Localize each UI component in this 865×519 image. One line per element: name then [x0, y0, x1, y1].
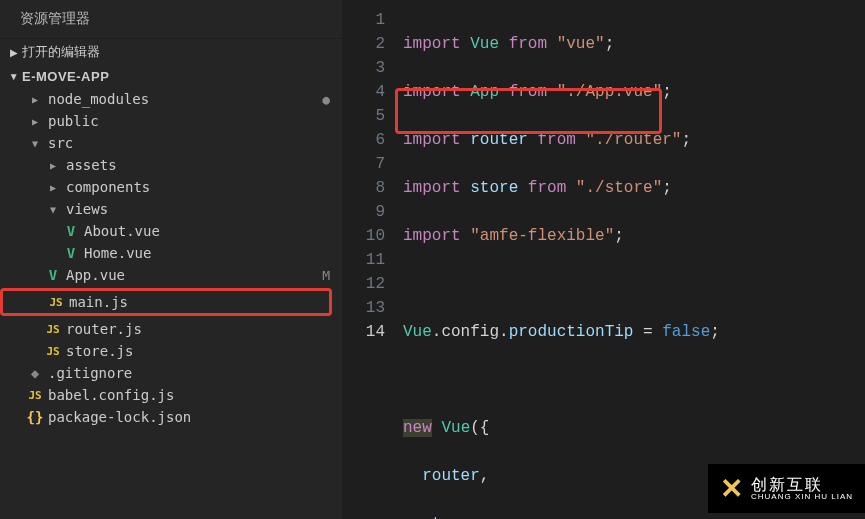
chevron-right-icon: ▶	[6, 47, 22, 58]
file-about-vue[interactable]: V About.vue	[0, 220, 342, 242]
open-editors-section[interactable]: ▶ 打开的编辑器	[0, 39, 342, 65]
logo-text-cn: 创新互联	[751, 477, 853, 493]
folder-src[interactable]: ▼ src	[0, 132, 342, 154]
file-label: About.vue	[84, 223, 160, 239]
file-label: Home.vue	[84, 245, 151, 261]
folder-node-modules[interactable]: ▶ node_modules ●	[0, 88, 342, 110]
watermark-logo: ✕ 创新互联 CHUANG XIN HU LIAN	[708, 464, 865, 513]
folder-label: views	[66, 201, 108, 217]
folder-public[interactable]: ▶ public	[0, 110, 342, 132]
file-babel-config[interactable]: JS babel.config.js	[0, 384, 342, 406]
file-tree: ▶ node_modules ● ▶ public ▼ src ▶ assets…	[0, 88, 342, 428]
chevron-right-icon: ▶	[44, 182, 62, 193]
chevron-down-icon: ▼	[44, 204, 62, 215]
chevron-right-icon: ▶	[26, 116, 44, 127]
chevron-right-icon: ▶	[26, 94, 44, 105]
logo-text-en: CHUANG XIN HU LIAN	[751, 493, 853, 501]
js-icon: JS	[26, 389, 44, 402]
chevron-down-icon: ▼	[6, 71, 22, 82]
chevron-down-icon: ▼	[26, 138, 44, 149]
folder-assets[interactable]: ▶ assets	[0, 154, 342, 176]
folder-label: assets	[66, 157, 117, 173]
code-content[interactable]: import Vue from "vue"; import App from "…	[403, 8, 865, 519]
file-label: App.vue	[66, 267, 125, 283]
open-editors-label: 打开的编辑器	[22, 43, 100, 61]
modified-indicator: M	[322, 268, 330, 283]
json-icon: {}	[26, 409, 44, 425]
modified-dot-icon: ●	[322, 92, 330, 107]
file-home-vue[interactable]: V Home.vue	[0, 242, 342, 264]
file-label: router.js	[66, 321, 142, 337]
line-gutter: 1234567891011121314	[343, 8, 403, 519]
file-label: babel.config.js	[48, 387, 174, 403]
file-store-js[interactable]: JS store.js	[0, 340, 342, 362]
file-label: package-lock.json	[48, 409, 191, 425]
folder-label: components	[66, 179, 150, 195]
code-area[interactable]: 1234567891011121314 import Vue from "vue…	[343, 0, 865, 519]
file-label: main.js	[69, 294, 128, 310]
js-icon: JS	[44, 323, 62, 336]
vue-icon: V	[44, 267, 62, 283]
vue-icon: V	[62, 245, 80, 261]
explorer-title: 资源管理器	[0, 0, 342, 39]
project-label: E-MOVE-APP	[22, 69, 109, 84]
project-section[interactable]: ▼ E-MOVE-APP	[0, 65, 342, 88]
file-app-vue[interactable]: V App.vue M	[0, 264, 342, 286]
file-router-js[interactable]: JS router.js	[0, 318, 342, 340]
folder-views[interactable]: ▼ views	[0, 198, 342, 220]
logo-icon: ✕	[720, 472, 743, 505]
file-main-js[interactable]: JS main.js	[0, 288, 332, 316]
file-label: .gitignore	[48, 365, 132, 381]
sidebar: 资源管理器 ▶ 打开的编辑器 ▼ E-MOVE-APP ▶ node_modul…	[0, 0, 343, 519]
folder-label: src	[48, 135, 73, 151]
chevron-right-icon: ▶	[44, 160, 62, 171]
vue-icon: V	[62, 223, 80, 239]
js-icon: JS	[44, 345, 62, 358]
editor-pane: JS vue.config.js JS main.js × JS babel.c…	[343, 0, 865, 519]
js-icon: JS	[47, 296, 65, 309]
file-gitignore[interactable]: ◆ .gitignore	[0, 362, 342, 384]
git-icon: ◆	[26, 365, 44, 381]
file-label: store.js	[66, 343, 133, 359]
file-package-lock[interactable]: {} package-lock.json	[0, 406, 342, 428]
folder-components[interactable]: ▶ components	[0, 176, 342, 198]
folder-label: node_modules	[48, 91, 149, 107]
folder-label: public	[48, 113, 99, 129]
